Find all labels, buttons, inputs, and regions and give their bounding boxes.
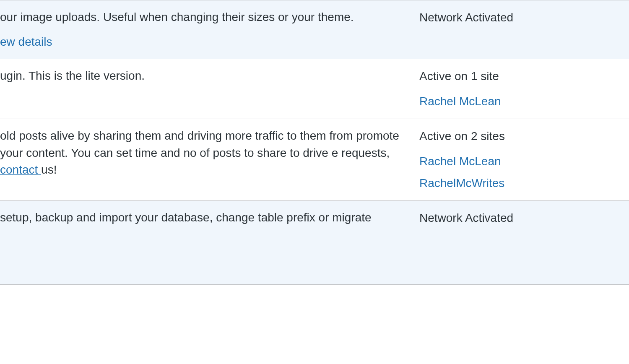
plugin-status-text: Active on 2 sites xyxy=(419,130,505,143)
plugins-table: our image uploads. Useful when changing … xyxy=(0,0,629,285)
plugin-status-text: Active on 1 site xyxy=(419,70,499,83)
plugin-row: ugin. This is the lite version. Active o… xyxy=(0,59,629,119)
site-link[interactable]: Rachel McLean xyxy=(419,93,587,110)
plugin-row: our image uploads. Useful when changing … xyxy=(0,0,629,59)
plugin-description-text: ugin. This is the lite version. xyxy=(0,69,145,82)
plugin-row: old posts alive by sharing them and driv… xyxy=(0,119,629,201)
plugin-status-text: Network Activated xyxy=(419,211,513,224)
plugin-status-cell: Active on 2 sites Rachel McLean RachelMc… xyxy=(419,119,600,200)
plugin-description-cell: setup, backup and import your database, … xyxy=(0,201,419,284)
plugin-status-text: Network Activated xyxy=(419,11,513,24)
site-link[interactable]: Rachel McLean xyxy=(419,153,587,170)
plugin-meta-row: ew details xyxy=(0,34,407,51)
plugin-status-cell: Network Activated xyxy=(419,201,600,284)
plugin-status-cell: Network Activated xyxy=(419,0,600,59)
site-link[interactable]: RachelMcWrites xyxy=(419,174,587,192)
plugin-description-cell: old posts alive by sharing them and driv… xyxy=(0,119,419,200)
plugin-status-cell: Active on 1 site Rachel McLean xyxy=(419,59,600,119)
view-details-link[interactable]: ew details xyxy=(0,35,52,48)
plugin-description-cell: our image uploads. Useful when changing … xyxy=(0,0,419,59)
plugin-description-text: our image uploads. Useful when changing … xyxy=(0,10,354,23)
plugin-description-suffix: us! xyxy=(41,163,57,176)
plugin-description-text: old posts alive by sharing them and driv… xyxy=(0,129,399,159)
contact-link[interactable]: contact xyxy=(0,163,41,176)
plugin-description-cell: ugin. This is the lite version. xyxy=(0,59,419,119)
plugin-row: setup, backup and import your database, … xyxy=(0,201,629,285)
plugin-description-text: setup, backup and import your database, … xyxy=(0,211,372,224)
